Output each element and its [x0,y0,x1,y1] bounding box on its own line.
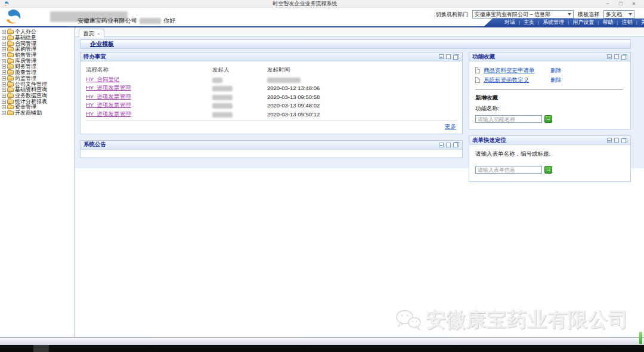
tree-expand-icon[interactable]: + [2,88,6,92]
panel-maximize-icon[interactable] [446,143,451,147]
folder-icon [7,70,14,75]
tree-expand-icon[interactable]: + [2,64,6,69]
close-button[interactable]: × [627,0,640,8]
nav-home[interactable]: 主页 [515,18,534,26]
form-locate-panel: 表单快速定位 请输入表单名称，编号或标题: → [469,135,631,182]
favorite-item: 商品资料变更申请单 删除 [475,66,624,75]
tab-bar: 首页 × [75,27,644,37]
favorite-link[interactable]: 系统薪资函数定义 [484,76,529,83]
function-name-input[interactable] [475,115,542,123]
panel-popout-icon[interactable] [621,54,627,60]
tab-close-icon[interactable]: × [97,31,100,36]
maximize-button[interactable]: □ [614,0,627,8]
table-row: HY_进项发票管理 2020-03-13 09:50:58 [86,92,457,101]
workflow-link[interactable]: HY_合同登记 [86,76,119,82]
todo-table: 流程名称 发起人 发起时间 HY_合同登记 HY_进项发票管理 [80,61,462,134]
tree-expand-icon[interactable]: + [2,100,6,104]
redacted-initiator [212,112,233,118]
tree-expand-icon[interactable]: + [2,82,6,87]
document-icon [475,67,480,73]
tree-expand-icon[interactable]: + [2,94,6,98]
panel-maximize-icon[interactable] [614,54,619,59]
notice-panel-header: 系统公告 [80,141,462,150]
tree-expand-icon[interactable]: + [2,30,6,34]
panel-maximize-icon[interactable] [446,54,451,59]
panel-popout-icon[interactable] [453,142,459,147]
workflow-link[interactable]: HY_进项发票管理 [86,101,131,108]
folder-icon [7,88,14,92]
redacted-username [140,18,161,24]
top-controls: 切换机构部门 安徽康宝药业有限公司 – 信息部 模板选择 多文档 [436,10,634,18]
form-locate-panel-header: 表单快速定位 [469,136,630,145]
template-select[interactable]: 多文档 [603,10,634,18]
delete-link[interactable]: 删除 [550,67,562,75]
panel-popout-icon[interactable] [621,138,627,143]
redacted-initiator [212,86,233,91]
greeting-suffix: 你好 [163,17,175,25]
workflow-link[interactable]: HY_进项发票管理 [86,93,131,100]
submit-arrow-button[interactable]: → [544,115,552,123]
chevron-down-icon [568,13,571,16]
tree-expand-icon[interactable]: + [2,70,6,75]
sidebar-item-label: 开发商辅助 [15,109,42,117]
favorite-link[interactable]: 商品资料变更申请单 [484,67,535,73]
nav-close[interactable]: 关闭 [632,18,644,26]
col-process-name: 流程名称 [86,66,212,74]
minimize-button[interactable]: – [601,0,614,8]
tree-expand-icon[interactable]: + [2,42,6,46]
panel-maximize-icon[interactable] [614,138,619,143]
tree-expand-icon[interactable]: + [2,53,6,57]
folder-icon [7,94,14,98]
watermark: 安徽康宝药业有限公司 [395,307,628,334]
tree-expand-icon[interactable]: + [2,59,6,63]
favorites-panel-header: 功能收藏 [469,53,630,61]
more-link[interactable]: 更多 [445,123,456,129]
workflow-link[interactable]: HY_进项发票管理 [86,84,131,91]
panel-collapse-icon[interactable] [439,54,444,59]
folder-icon [7,53,14,57]
nav-logout[interactable]: 注销 [613,18,632,26]
switch-org-label: 切换机构部门 [436,11,468,18]
redacted-initiator [212,95,233,100]
favorites-panel-title: 功能收藏 [472,53,605,61]
folder-icon [7,76,14,81]
panel-collapse-icon[interactable] [607,138,612,143]
taskbar-item[interactable] [33,345,49,352]
sidebar-item-developer-assist[interactable]: +开发商辅助 [0,110,75,116]
folder-icon [7,47,14,51]
panel-popout-icon[interactable] [453,54,459,60]
start-time: 2020-03-12 13:48:06 [267,85,457,91]
panel-collapse-icon[interactable] [439,143,444,147]
tree-expand-icon[interactable]: + [2,105,6,109]
notice-panel: 系统公告 [80,140,463,158]
user-greeting: 安徽康宝药业有限公司 你好 [78,17,175,25]
todo-table-header: 流程名称 发起人 发起时间 [86,66,457,74]
panel-collapse-icon[interactable] [607,54,612,59]
delete-link[interactable]: 删除 [550,76,562,84]
nav-chat[interactable]: 对话 [504,18,515,26]
divider [475,89,623,89]
folder-icon [7,64,14,69]
window-title: 时空智友企业业务流程系统 [9,0,601,8]
submit-arrow-button[interactable]: → [544,166,552,174]
folder-icon [7,59,14,63]
col-initiator: 发起人 [212,66,267,74]
workflow-link[interactable]: HY_进项发票管理 [86,110,131,117]
nav-system-admin[interactable]: 系统管理 [534,18,564,26]
nav-user-settings[interactable]: 用户设置 [564,18,594,26]
tree-expand-icon[interactable]: + [2,111,6,115]
nav-help[interactable]: 帮助 [594,18,613,26]
table-row: HY_进项发票管理 2020-03-13 09:48:02 [86,101,457,110]
tree-expand-icon[interactable]: + [2,76,6,81]
table-row: HY_进项发票管理 2020-03-12 13:48:06 [86,84,457,93]
scrollbar-thumb[interactable] [639,332,642,344]
redacted-initiator [212,103,233,109]
start-time: 2020-03-13 09:50:12 [267,111,457,118]
form-locate-input[interactable] [475,166,542,174]
template-select-label: 模板选择 [578,11,599,18]
tree-expand-icon[interactable]: + [2,36,6,40]
org-select[interactable]: 安徽康宝药业有限公司 – 信息部 [472,10,574,18]
tree-expand-icon[interactable]: + [2,47,6,51]
favorite-item: 系统薪资函数定义 删除 [475,75,624,85]
tab-home[interactable]: 首页 × [79,29,104,38]
